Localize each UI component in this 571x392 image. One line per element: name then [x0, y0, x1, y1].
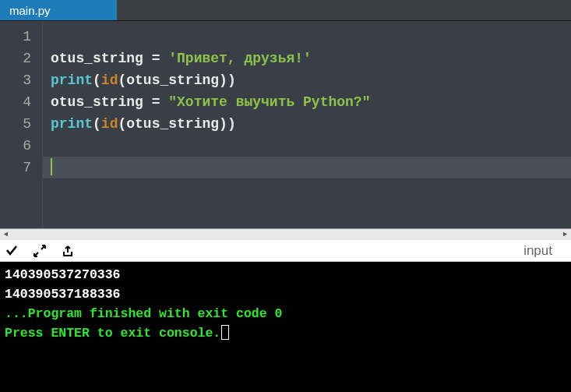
console-prompt-line: Press ENTER to exit console.: [5, 323, 566, 343]
share-icon[interactable]: [61, 244, 75, 258]
code-line-current: [43, 157, 571, 178]
code-editor[interactable]: 1 2 3 4 5 6 7 otus_string = 'Привет, дру…: [0, 21, 571, 228]
horizontal-scrollbar[interactable]: ◄ ►: [0, 228, 571, 240]
tab-bar: main.py: [0, 0, 571, 21]
line-number: 3: [0, 69, 42, 91]
input-label: input: [523, 243, 566, 259]
code-line: otus_string = "Хотите выучить Python?": [51, 91, 571, 113]
line-number: 1: [0, 26, 42, 48]
editor-cursor: [51, 158, 52, 175]
code-line: otus_string = 'Привет, друзья!': [51, 48, 571, 69]
line-number: 6: [0, 135, 42, 157]
console-exit-line: ...Program finished with exit code 0: [5, 304, 566, 323]
expand-icon[interactable]: [33, 244, 47, 258]
code-line: [51, 135, 571, 157]
tab-main-py[interactable]: main.py: [0, 0, 117, 20]
checkmark-icon[interactable]: [5, 244, 19, 258]
code-line: print(id(otus_string)): [51, 69, 571, 91]
code-line: print(id(otus_string)): [51, 113, 571, 135]
scroll-left-arrow-icon[interactable]: ◄: [0, 229, 12, 241]
scroll-track[interactable]: [12, 229, 559, 240]
line-gutter: 1 2 3 4 5 6 7: [0, 21, 43, 228]
console-cursor: [221, 325, 229, 340]
line-number: 5: [0, 113, 42, 135]
tab-filename: main.py: [9, 4, 51, 17]
line-number: 2: [0, 48, 42, 69]
console-output[interactable]: 140390537270336 140390537188336 ...Progr…: [0, 262, 571, 392]
line-number: 7: [0, 157, 42, 178]
console-toolbar: input: [0, 240, 571, 262]
console-line: 140390537188336: [5, 284, 566, 304]
code-line: [51, 26, 571, 48]
console-line: 140390537270336: [5, 265, 566, 284]
scroll-right-arrow-icon[interactable]: ►: [559, 229, 571, 241]
line-number: 4: [0, 91, 42, 113]
code-area[interactable]: otus_string = 'Привет, друзья!' print(id…: [43, 21, 571, 228]
